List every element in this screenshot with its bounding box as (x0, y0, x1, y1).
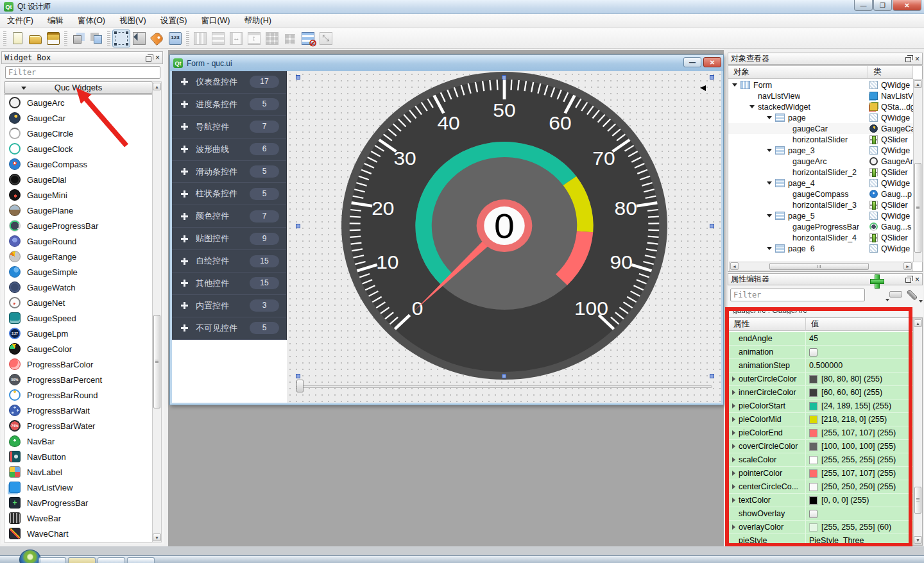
property-row[interactable]: animation (728, 346, 913, 359)
form-close-button[interactable]: ✕ (703, 57, 721, 67)
widget-box-item[interactable]: GaugeColor (4, 341, 152, 357)
property-checkbox[interactable] (809, 510, 817, 518)
menu-item[interactable]: 文件(F) (0, 14, 40, 28)
toolbar-layout-grid-button[interactable] (263, 29, 281, 47)
nav-list-item[interactable]: 内置控件 3 (172, 295, 286, 317)
nav-list-item[interactable]: 波形曲线 6 (172, 139, 286, 161)
expand-arrow-icon[interactable] (728, 376, 739, 382)
widget-box-item[interactable]: NavBar (4, 433, 152, 449)
scroll-up-arrow[interactable]: ▲ (153, 83, 161, 90)
selection-handle[interactable] (502, 374, 506, 378)
object-tree-row[interactable]: Form QWidge (728, 80, 913, 90)
widget-box-item[interactable]: NavProgressBar (4, 495, 152, 510)
nav-list-item[interactable]: 颜色控件 7 (172, 205, 286, 228)
expand-arrow-icon[interactable] (728, 403, 739, 408)
float-dock-icon[interactable] (146, 56, 151, 62)
widget-box-item[interactable]: 74% ProgressBarWater (4, 418, 152, 433)
menu-item[interactable]: 帮助(H) (237, 14, 278, 28)
widget-box-item[interactable]: 50% ProgressBarPercent (4, 372, 152, 387)
object-tree-row[interactable]: horizontalSlider_4 QSlider (728, 232, 913, 243)
widget-box-category-quc-widgets[interactable]: Quc Widgets (4, 81, 153, 94)
column-header-class[interactable]: 类 (868, 66, 913, 79)
taskbar-app-button[interactable] (98, 557, 125, 563)
dropdown-arrow-icon[interactable] (919, 300, 923, 303)
object-tree-row[interactable]: stackedWidget QSta...dg (728, 101, 913, 112)
toolbar-edit-signals-button[interactable] (130, 29, 148, 47)
object-tree-row[interactable]: gaugeProgressBar Gaug...s (728, 221, 913, 232)
taskbar-app-button[interactable] (127, 557, 155, 563)
widget-box-filter-input[interactable] (5, 66, 160, 79)
widget-box-item[interactable]: 2.27 GaugeLpm (4, 326, 152, 341)
property-row[interactable]: outerCircleColor [80, 80, 80] (255) (728, 373, 913, 386)
minimize-button[interactable]: — (854, 0, 873, 11)
nav-list-item[interactable]: 滑动条控件 5 (172, 161, 286, 183)
expand-arrow-icon[interactable] (728, 457, 739, 462)
expand-arrow-icon[interactable] (728, 417, 739, 422)
property-row[interactable]: scaleColor [255, 255, 255] (255) (728, 453, 913, 467)
expander-icon[interactable] (767, 116, 775, 119)
expand-arrow-icon[interactable] (728, 525, 739, 530)
object-tree-row[interactable]: gaugeCar GaugeCa (728, 123, 913, 134)
expand-arrow-icon[interactable] (728, 498, 739, 503)
selection-handle[interactable] (502, 75, 506, 80)
selection-handle[interactable] (296, 75, 300, 80)
nav-list-item[interactable]: 其他控件 15 (172, 273, 286, 295)
object-inspector-header[interactable]: 对象查看器 × (728, 53, 923, 65)
widget-box-item[interactable]: GaugeNet (4, 295, 152, 310)
toolbar-squares-back-button[interactable] (69, 29, 87, 47)
widget-box-item[interactable]: NavListView (4, 480, 152, 495)
property-row[interactable]: pieColorMid [218, 218, 0] (255) (728, 413, 913, 426)
widget-box-scrollbar[interactable]: ▲ ▼ (152, 81, 162, 542)
expand-arrow-icon[interactable] (728, 444, 739, 449)
object-tree-row[interactable]: page_3 QWidge (728, 145, 913, 156)
selection-handle[interactable] (710, 75, 714, 80)
object-tree-row[interactable]: page QWidge (728, 112, 913, 123)
property-row[interactable]: pieColorStart [24, 189, 155] (255) (728, 399, 913, 413)
property-row[interactable]: centerCircleCo... [250, 250, 250] (255) (728, 480, 913, 494)
nav-list-view-widget[interactable]: 仪表盘控件 17 进度条控件 5 导航控件 7 波形曲线 6 滑动条控件 5 柱… (172, 71, 287, 340)
scroll-up-arrow[interactable]: ▲ (914, 80, 922, 88)
expander-icon[interactable] (767, 214, 775, 217)
widget-box-item[interactable]: GaugeProgressBar (4, 218, 152, 233)
dropdown-arrow-icon[interactable] (886, 299, 889, 301)
property-row[interactable]: coverCircleColor [100, 100, 100] (255) (728, 440, 913, 453)
horizontal-slider[interactable] (296, 385, 712, 388)
widget-box-item[interactable]: ProgressBarColor (4, 357, 152, 372)
toolbar-layout-vertical-button[interactable] (209, 29, 227, 47)
close-dock-icon[interactable]: × (915, 276, 920, 283)
toolbar-squares-front-button[interactable] (87, 29, 105, 47)
toolbar-layout-splitter-h-button[interactable] (227, 29, 245, 47)
expand-arrow-icon[interactable] (728, 471, 739, 476)
expander-icon[interactable] (749, 105, 758, 108)
nav-list-item[interactable]: 不可见控件 5 (172, 317, 286, 340)
widget-box-item[interactable]: WaveBar (4, 510, 152, 526)
scroll-up-arrow[interactable]: ▲ (914, 319, 922, 327)
toolbar-new-form-button[interactable] (8, 29, 26, 47)
widget-box-item[interactable]: GaugeRange (4, 249, 152, 264)
property-checkbox[interactable] (809, 348, 817, 357)
toolbar-break-layout-button[interactable] (299, 29, 317, 47)
widget-box-item[interactable]: GaugeClock (4, 141, 152, 156)
form-canvas[interactable]: 仪表盘控件 17 进度条控件 5 导航控件 7 波形曲线 6 滑动条控件 5 柱… (172, 71, 721, 403)
expander-icon[interactable] (767, 247, 775, 250)
object-tree-row[interactable]: page_4 QWidge (728, 178, 913, 189)
selection-handle[interactable] (710, 224, 714, 228)
menu-item[interactable]: 窗体(O) (71, 14, 112, 28)
object-tree-row[interactable]: horizontalSlider_3 QSlider (728, 199, 913, 210)
property-row[interactable]: pointerColor [255, 107, 107] (255) (728, 467, 913, 480)
column-header-object[interactable]: 对象 (728, 66, 868, 79)
scrollbar-thumb[interactable] (153, 315, 160, 408)
window-titlebar[interactable]: Qt Qt 设计师 (0, 0, 924, 14)
object-inspector-hscrollbar[interactable]: ◄ ► (729, 262, 913, 271)
property-filter-input[interactable] (730, 289, 865, 301)
scroll-down-arrow[interactable]: ▼ (914, 536, 922, 544)
object-tree-row[interactable]: horizontalSlider QSlider (728, 134, 913, 145)
property-editor-scrollbar[interactable]: ▲ ▼ (913, 318, 923, 545)
scroll-down-arrow[interactable]: ▼ (153, 534, 161, 541)
taskbar-app-button[interactable] (68, 557, 96, 563)
form-titlebar[interactable]: Qt Form - quc.ui (170, 55, 723, 71)
widget-box-item[interactable]: GaugeDial (4, 172, 152, 187)
expand-arrow-icon[interactable] (728, 484, 739, 489)
expander-icon[interactable] (767, 149, 775, 152)
expand-arrow-icon[interactable] (728, 390, 739, 395)
